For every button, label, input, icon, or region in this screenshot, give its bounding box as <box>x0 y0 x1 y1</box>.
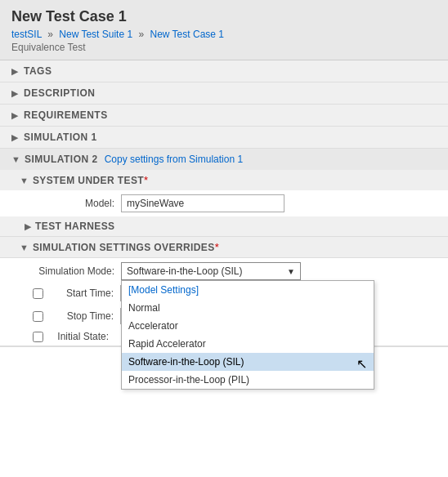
dropdown-list: [Model Settings] Normal Accelerator Rapi… <box>121 280 374 390</box>
simulation2-header[interactable]: ▼ SIMULATION 2 Copy settings from Simula… <box>0 149 448 170</box>
breadcrumb-sep-1: » <box>47 29 53 40</box>
sut-arrow-icon: ▼ <box>20 176 29 185</box>
dropdown-item-rapid-accelerator[interactable]: Rapid Accelerator <box>122 335 374 353</box>
sim-settings-header[interactable]: ▼ SIMULATION SETTINGS OVERRIDES * <box>0 237 448 258</box>
simulation-mode-wrapper: Simulation Mode: Software-in-the-Loop (S… <box>0 258 448 345</box>
dropdown-item-accelerator[interactable]: Accelerator <box>122 317 374 335</box>
model-input[interactable] <box>121 194 284 212</box>
simulation-mode-value: Software-in-the-Loop (SIL) <box>127 265 242 277</box>
system-under-test-header[interactable]: ▼ SYSTEM UNDER TEST * <box>0 170 448 190</box>
description-section[interactable]: ▶ DESCRIPTION <box>0 82 448 105</box>
sim-settings-label: SIMULATION SETTINGS OVERRIDES <box>33 242 215 253</box>
requirements-header[interactable]: ▶ REQUIREMENTS <box>0 105 448 126</box>
simulation1-arrow-icon: ▶ <box>11 132 20 143</box>
model-label: Model: <box>33 198 114 209</box>
sut-required-star: * <box>144 174 148 186</box>
stop-time-label: Stop Time: <box>48 310 114 322</box>
initial-state-checkbox[interactable] <box>33 332 43 342</box>
model-field-row: Model: <box>0 190 448 216</box>
simulation-mode-label: Simulation Mode: <box>33 265 114 277</box>
description-label: DESCRIPTION <box>24 87 96 99</box>
page-title: New Test Case 1 <box>11 8 437 25</box>
simulation-mode-select[interactable]: Software-in-the-Loop (SIL) ▼ <box>121 262 301 280</box>
sim-settings-arrow-icon: ▼ <box>20 243 29 252</box>
requirements-label: REQUIREMENTS <box>24 109 108 121</box>
simulation1-header[interactable]: ▶ SIMULATION 1 <box>0 127 448 148</box>
start-time-label: Start Time: <box>48 288 114 299</box>
breadcrumb: testSIL » New Test Suite 1 » New Test Ca… <box>11 29 437 40</box>
cursor-icon: ↖ <box>356 356 367 372</box>
simulation2-arrow-icon: ▼ <box>11 154 20 164</box>
dropdown-arrow-icon: ▼ <box>287 267 295 276</box>
page-container: New Test Case 1 testSIL » New Test Suite… <box>0 0 448 347</box>
tags-arrow-icon: ▶ <box>11 66 20 77</box>
dropdown-item-pil[interactable]: Processor-in-the-Loop (PIL) <box>122 371 374 389</box>
tags-label: TAGS <box>24 65 52 77</box>
simulation-mode-dropdown[interactable]: Software-in-the-Loop (SIL) ▼ [Model Sett… <box>121 262 301 280</box>
initial-state-label: Initial State: <box>43 331 109 342</box>
simulation2-label: SIMULATION 2 <box>25 154 98 165</box>
subtitle: Equivalence Test <box>11 42 437 53</box>
simulation2-section: ▼ SIMULATION 2 Copy settings from Simula… <box>0 149 448 347</box>
copy-settings-link[interactable]: Copy settings from Simulation 1 <box>105 154 243 165</box>
description-header[interactable]: ▶ DESCRIPTION <box>0 82 448 104</box>
simulation-mode-row: Simulation Mode: Software-in-the-Loop (S… <box>0 258 448 280</box>
system-under-test-section: ▼ SYSTEM UNDER TEST * Model: ▶ TEST HARN… <box>0 170 448 346</box>
sut-label: SYSTEM UNDER TEST <box>33 175 144 186</box>
tags-section[interactable]: ▶ TAGS <box>0 60 448 82</box>
test-harness-row[interactable]: ▶ TEST HARNESS <box>0 216 448 237</box>
requirements-section[interactable]: ▶ REQUIREMENTS <box>0 105 448 127</box>
test-harness-arrow-icon: ▶ <box>25 221 31 232</box>
tags-header[interactable]: ▶ TAGS <box>0 60 448 82</box>
test-harness-label: TEST HARNESS <box>35 221 114 232</box>
requirements-arrow-icon: ▶ <box>11 110 20 121</box>
dropdown-item-sil[interactable]: Software-in-the-Loop (SIL) ↖ <box>122 353 374 371</box>
start-time-checkbox[interactable] <box>33 288 43 299</box>
dropdown-item-model-settings[interactable]: [Model Settings] <box>122 281 374 299</box>
breadcrumb-link-1[interactable]: testSIL <box>11 29 42 40</box>
sim-settings-required-star: * <box>215 241 219 253</box>
simulation1-section[interactable]: ▶ SIMULATION 1 <box>0 127 448 149</box>
dropdown-item-normal[interactable]: Normal <box>122 299 374 317</box>
stop-time-checkbox[interactable] <box>33 311 43 322</box>
breadcrumb-sep-2: » <box>138 29 144 40</box>
breadcrumb-link-2[interactable]: New Test Suite 1 <box>59 29 132 40</box>
breadcrumb-link-3[interactable]: New Test Case 1 <box>150 29 225 40</box>
description-arrow-icon: ▶ <box>11 88 20 99</box>
page-header: New Test Case 1 testSIL » New Test Suite… <box>0 0 448 60</box>
simulation1-label: SIMULATION 1 <box>24 132 97 143</box>
